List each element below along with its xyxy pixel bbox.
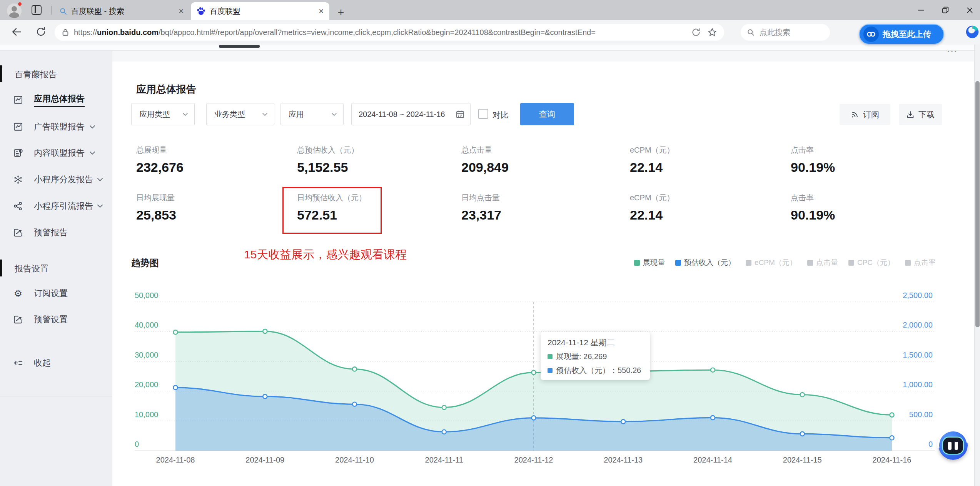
tab-underline-strip [0, 45, 980, 51]
copilot-icon[interactable] [965, 25, 980, 39]
sidebar-item-warning-report[interactable]: 预警报告 [0, 223, 112, 242]
search-icon [59, 7, 67, 15]
compare-checkbox[interactable] [478, 109, 488, 119]
chevron-down-icon [182, 113, 188, 116]
scrollbar-track[interactable] [974, 45, 980, 486]
legend-item[interactable]: CPC（元） [848, 258, 895, 268]
stat-ecpm: eCPM（元）22.14 [630, 145, 674, 175]
sidebar-collapse-button[interactable]: 收起 [0, 354, 112, 372]
chart-tooltip: 2024-11-12 星期二 展现量: 26,269 预估收入（元）：550.2… [541, 332, 650, 380]
sidebar-item-ad-union-report[interactable]: 广告联盟报告 [0, 118, 112, 136]
legend-item[interactable]: 点击量 [807, 258, 838, 268]
tooltip-row: 预估收入（元）：550.26 [548, 365, 643, 376]
sidebar-section-settings: 报告设置 [15, 263, 48, 275]
sidebar-item-subscribe-settings[interactable]: ⚙ 订阅设置 [0, 284, 112, 303]
refresh-icon[interactable] [35, 26, 47, 37]
new-tab-button[interactable]: ＋ [336, 5, 346, 19]
app-type-select[interactable]: 应用类型 [131, 103, 195, 125]
favorite-star-icon[interactable] [707, 27, 717, 37]
scrollbar-thumb[interactable] [975, 81, 980, 327]
legend-swatch [905, 260, 911, 266]
back-icon[interactable] [11, 26, 22, 38]
sidebar-item-label: 预警设置 [34, 314, 68, 325]
legend-label: 预估收入（元） [684, 258, 735, 268]
gear-icon: ⚙ [13, 288, 23, 298]
app-select[interactable]: 应用 [280, 103, 344, 125]
upload-drop-button[interactable]: 拖拽至此上传 [859, 24, 944, 45]
share-icon [13, 201, 23, 211]
reload-mode-icon[interactable] [691, 27, 701, 37]
subscribe-button[interactable]: 订阅 [840, 104, 890, 125]
sidebar-item-label: 广告联盟报告 [34, 121, 85, 133]
content-report-icon [13, 148, 23, 158]
stat-daily-clicks: 日均点击量23,317 [461, 193, 501, 223]
stat-daily-ecpm: eCPM（元）22.14 [630, 193, 674, 223]
date-range-picker[interactable]: 2024-11-08 ~ 2024-11-16 [351, 103, 471, 125]
legend-item[interactable]: 展现量 [634, 258, 665, 268]
select-value: 应用 [289, 109, 304, 120]
lock-icon[interactable] [62, 28, 69, 37]
compare-label: 对比 [493, 110, 509, 120]
section-marker [0, 65, 2, 82]
highlight-red-box [282, 187, 382, 234]
tooltip-value: 展现量: 26,269 [556, 351, 607, 362]
tab-close-icon[interactable]: ✕ [179, 7, 184, 15]
assistant-robot-button[interactable] [938, 431, 968, 460]
legend-label: 点击率 [914, 258, 936, 268]
tab-baidu-union[interactable]: 百度联盟 ✕ [191, 2, 329, 20]
profile-notification-dot [17, 2, 22, 7]
chart-legend: 展现量预估收入（元）eCPM（元）点击量CPC（元）点击率 [634, 258, 936, 268]
legend-label: 点击量 [816, 258, 838, 268]
tab-title: 百度联盟 - 搜索 [71, 6, 124, 17]
url-bar[interactable]: https://union.baidu.com/bqt/appco.html#/… [55, 24, 724, 41]
sidebar-item-alert-settings[interactable]: 预警设置 [0, 310, 112, 329]
query-button[interactable]: 查询 [520, 103, 574, 125]
chevron-down-icon [89, 125, 95, 129]
date-range-value: 2024-11-08 ~ 2024-11-16 [359, 110, 445, 119]
minimize-button[interactable] [918, 7, 924, 13]
stat-total-impressions: 总展现量232,676 [136, 145, 184, 175]
report-icon [13, 95, 23, 105]
download-label: 下载 [918, 109, 935, 120]
download-button[interactable]: 下载 [899, 104, 942, 125]
tooltip-date: 2024-11-12 星期二 [548, 337, 643, 348]
sidebar-item-miniapp-distribution-report[interactable]: 小程序分发报告 [0, 170, 112, 189]
sidebar-divider [0, 396, 112, 396]
quick-search-box[interactable]: 点此搜索 [741, 24, 830, 41]
restore-button[interactable] [942, 7, 949, 13]
subscribe-label: 订阅 [863, 109, 879, 120]
legend-swatch [807, 260, 813, 266]
legend-item[interactable]: 预估收入（元） [675, 258, 735, 268]
collapse-icon [13, 358, 23, 368]
biz-type-select[interactable]: 业务类型 [206, 103, 274, 125]
sidebar-item-label: 应用总体报告 [34, 93, 85, 107]
browser-toolbar: https://union.baidu.com/bqt/appco.html#/… [0, 20, 980, 45]
close-button[interactable] [967, 7, 973, 13]
chevron-down-icon [97, 204, 103, 208]
legend-item[interactable]: 点击率 [905, 258, 936, 268]
legend-label: 展现量 [643, 258, 665, 268]
sidebar-item-app-overall-report[interactable]: 应用总体报告 [0, 91, 112, 109]
stat-daily-click-rate: 点击率90.19% [791, 193, 835, 223]
baidu-logo-icon [196, 7, 206, 16]
browser-window: 百度联盟 - 搜索 ✕ 百度联盟 ✕ ＋ https://union.baidu… [0, 0, 980, 486]
workspaces-icon[interactable] [32, 5, 42, 15]
stat-total-revenue: 总预估收入（元）5,152.55 [297, 145, 359, 175]
chevron-down-icon [97, 178, 103, 181]
section-marker [0, 260, 2, 276]
sidebar-item-miniapp-traffic-report[interactable]: 小程序引流报告 [0, 197, 112, 215]
sidebar-section-report: 百青藤报告 [15, 69, 57, 80]
legend-swatch [746, 260, 751, 266]
tab-search[interactable]: 百度联盟 - 搜索 ✕ [54, 2, 189, 20]
legend-item[interactable]: eCPM（元） [746, 258, 797, 268]
legend-swatch [848, 260, 854, 266]
sidebar-item-label: 内容联盟报告 [34, 147, 85, 159]
rss-icon [851, 110, 859, 119]
netdisk-icon [863, 27, 879, 42]
chevron-down-icon [331, 113, 337, 116]
legend-swatch [675, 260, 681, 266]
sidebar-item-content-union-report[interactable]: 内容联盟报告 [0, 144, 112, 162]
tab-title: 百度联盟 [210, 6, 240, 17]
tab-close-icon[interactable]: ✕ [319, 7, 324, 15]
sidebar-item-label: 收起 [34, 357, 51, 369]
